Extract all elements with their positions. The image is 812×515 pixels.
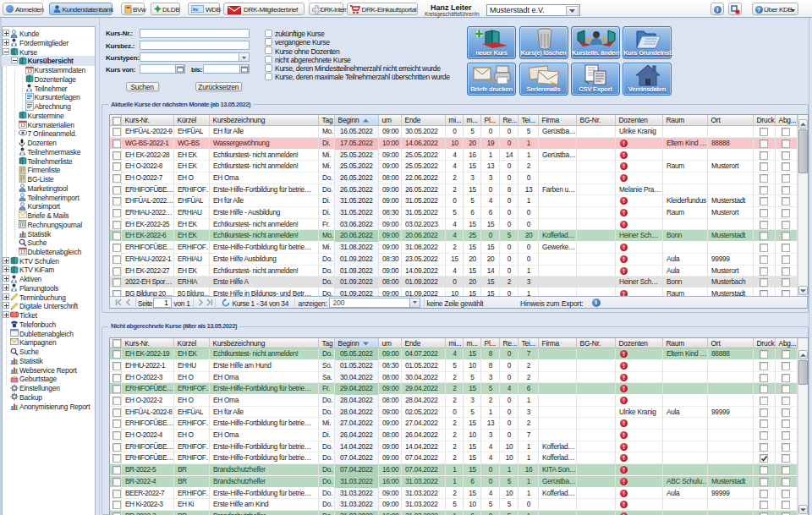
svg-text:13: 13 [20, 123, 25, 128]
svg-text:13: 13 [27, 68, 32, 74]
svg-text:kv: kv [193, 7, 199, 12]
svg-text:13: 13 [20, 249, 25, 255]
